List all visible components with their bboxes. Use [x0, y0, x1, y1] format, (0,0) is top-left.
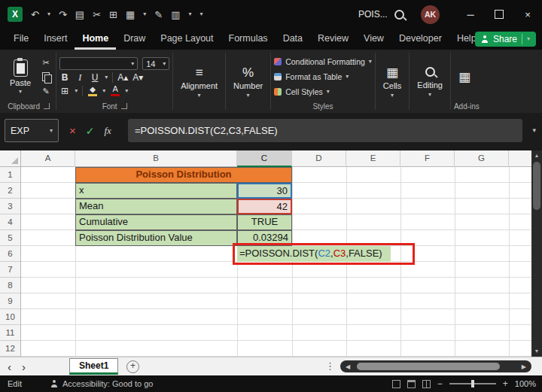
row-header[interactable]: 9 [0, 293, 20, 309]
dropdown-caret-icon[interactable]: ▾ [188, 11, 191, 17]
horizontal-scrollbar-thumb[interactable] [357, 363, 500, 370]
menu-tab-view[interactable]: View [356, 29, 391, 50]
dialog-launcher-icon[interactable] [121, 103, 127, 109]
menu-tab-insert[interactable]: Insert [36, 29, 75, 50]
underline-button[interactable]: U [90, 73, 100, 82]
maximize-button[interactable] [485, 0, 513, 29]
row-header[interactable]: 7 [0, 262, 20, 278]
select-all-corner[interactable] [0, 150, 21, 167]
redo-icon[interactable]: ↷ [59, 10, 67, 20]
name-box[interactable]: EXP ▾ [5, 119, 59, 142]
conditional-formatting-button[interactable]: Conditional Formatting ▾ [274, 56, 372, 68]
cut-icon[interactable]: ✂ [93, 10, 101, 20]
formula-input[interactable]: =POISSON.DIST(C2,C3,FALSE) [128, 119, 522, 142]
vertical-scrollbar[interactable]: ▲ ▼ [531, 150, 542, 357]
editing-button[interactable]: Editing ▾ [413, 53, 447, 111]
column-header-e[interactable]: E [346, 150, 400, 167]
qat-customize-caret-icon[interactable]: ▾ [199, 11, 202, 17]
cut-button[interactable]: ✂ [39, 57, 53, 68]
decrease-font-size-button[interactable]: A▾ [132, 73, 143, 82]
font-size-select[interactable]: 14 ▾ [142, 57, 169, 70]
row-header[interactable]: 6 [0, 246, 20, 262]
more-options-icon[interactable]: ⋮ [325, 360, 335, 372]
row-header[interactable]: 3 [0, 199, 20, 214]
menu-tab-page-layout[interactable]: Page Layout [153, 29, 221, 50]
zoom-in-button[interactable]: + [503, 379, 508, 388]
table-pen-icon[interactable]: ▦ [126, 10, 135, 20]
cells-button[interactable]: ▦ Cells ▾ [379, 53, 406, 111]
cell-b3-label[interactable]: Mean [75, 199, 237, 214]
paste-button[interactable]: Paste ▾ [5, 53, 36, 101]
formula-bar-expand-icon[interactable]: ▾ [532, 126, 536, 134]
share-button[interactable]: Share ▾ [475, 32, 536, 47]
column-header-g[interactable]: G [455, 150, 509, 167]
row-header[interactable]: 8 [0, 278, 20, 293]
format-icon[interactable]: ▥ [171, 10, 180, 20]
copy-button[interactable] [39, 71, 53, 83]
row-header[interactable]: 1 [0, 167, 20, 183]
menu-tab-data[interactable]: Data [276, 29, 310, 50]
addins-button[interactable]: ▦ [454, 53, 475, 101]
undo-icon[interactable]: ↶ [31, 10, 39, 20]
dropdown-caret-icon[interactable]: ▾ [47, 11, 50, 17]
workbook-icon[interactable]: ▤ [75, 10, 84, 20]
zoom-out-button[interactable]: − [437, 379, 443, 388]
previous-sheet-icon[interactable]: ‹ [8, 360, 11, 373]
excel-logo-icon[interactable]: X [8, 7, 23, 22]
column-header-a[interactable]: A [21, 150, 75, 167]
row-header[interactable]: 2 [0, 183, 20, 199]
number-button[interactable]: % Number ▾ [229, 53, 267, 111]
horizontal-scrollbar[interactable]: ◀ ▶ [340, 360, 531, 372]
increase-font-size-button[interactable]: A▴ [117, 73, 128, 82]
scroll-up-icon[interactable]: ▲ [531, 151, 542, 160]
vertical-scrollbar-thumb[interactable] [533, 162, 540, 210]
scroll-down-icon[interactable]: ▼ [531, 347, 542, 356]
cell-c4-value[interactable]: TRUE [237, 214, 292, 230]
grid-cells[interactable]: Poisson Distribution x 30 Mean 42 Cumula… [21, 167, 531, 357]
menu-tab-formulas[interactable]: Formulas [221, 29, 276, 50]
page-layout-view-icon[interactable] [407, 380, 416, 388]
cell-b4-label[interactable]: Cumulative [75, 214, 237, 230]
row-header[interactable]: 5 [0, 230, 20, 246]
draw-icon[interactable]: ✎ [154, 10, 163, 20]
fill-color-button[interactable]: ◆ [87, 86, 98, 96]
menu-tab-review[interactable]: Review [310, 29, 356, 50]
scroll-left-icon[interactable]: ◀ [346, 360, 350, 372]
menu-tab-home[interactable]: Home [75, 29, 116, 50]
search-box[interactable]: POIS... [358, 0, 404, 29]
zoom-slider[interactable] [449, 383, 496, 384]
cell-styles-button[interactable]: Cell Styles ▾ [274, 86, 372, 99]
row-header[interactable]: 4 [0, 214, 20, 230]
format-painter-button[interactable]: ✎ [39, 86, 53, 97]
cell-c3-value[interactable]: 42 [237, 199, 292, 214]
row-header[interactable]: 10 [0, 309, 20, 325]
column-header-d[interactable]: D [292, 150, 346, 167]
cell-c5-value[interactable]: 0.03294 [237, 230, 292, 246]
normal-view-icon[interactable] [392, 380, 400, 388]
column-header-c[interactable]: C [237, 150, 292, 167]
cell-b1-title[interactable]: Poisson Distribution [75, 167, 292, 183]
alignment-button[interactable]: ≡ Alignment ▾ [176, 53, 222, 111]
column-header-b[interactable]: B [75, 150, 237, 167]
zoom-slider-thumb[interactable] [471, 380, 474, 387]
grid-icon[interactable]: ⊞ [109, 10, 117, 20]
minimize-button[interactable]: ─ [456, 0, 485, 29]
italic-button[interactable]: I [75, 73, 85, 82]
row-header[interactable]: 12 [0, 341, 20, 357]
menu-tab-draw[interactable]: Draw [116, 29, 153, 50]
cell-b5-label[interactable]: Poisson Distribution Value [75, 230, 237, 246]
page-break-view-icon[interactable] [422, 380, 431, 388]
font-name-select[interactable]: ▾ [59, 57, 138, 70]
menu-tab-developer[interactable]: Developer [391, 29, 449, 50]
dialog-launcher-icon[interactable] [44, 103, 50, 109]
cell-c2-value[interactable]: 30 [237, 183, 292, 199]
borders-button[interactable]: ⊞ [59, 87, 70, 96]
enter-button[interactable]: ✓ [86, 125, 95, 137]
cancel-button[interactable]: × [69, 124, 76, 137]
bold-button[interactable]: B [59, 73, 70, 82]
dropdown-caret-icon[interactable]: ▾ [143, 11, 146, 17]
scroll-right-icon[interactable]: ▶ [522, 360, 526, 372]
column-header-f[interactable]: F [400, 150, 455, 167]
cell-b2-label[interactable]: x [75, 183, 237, 199]
insert-function-button[interactable]: fx [105, 125, 111, 137]
